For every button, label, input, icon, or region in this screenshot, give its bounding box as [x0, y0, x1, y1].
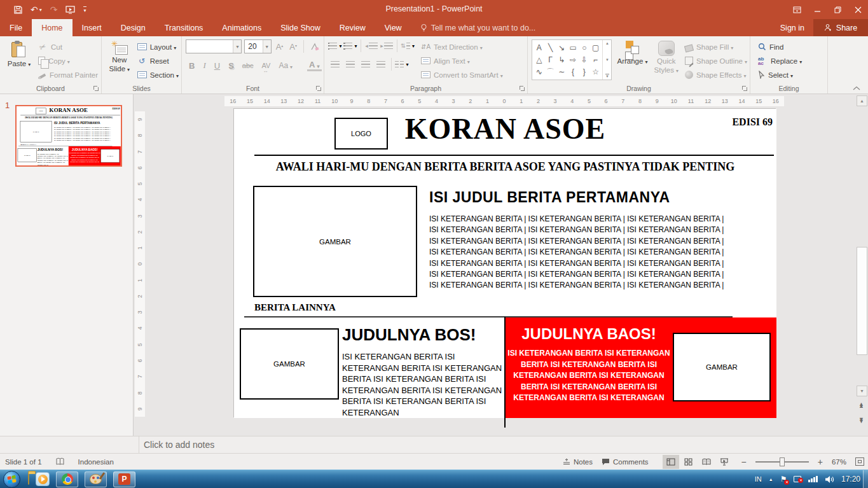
article2-textbox[interactable]: JUDULNYA BOS! ISI KETERANGAN BERITA ISI … — [38, 148, 69, 165]
paint-taskbar-button[interactable] — [85, 471, 107, 487]
zoom-slider-thumb[interactable] — [780, 457, 785, 466]
chrome-taskbar-button[interactable] — [56, 471, 78, 487]
section-button[interactable]: Section — [137, 69, 179, 81]
tab-animations[interactable]: Animations — [212, 19, 271, 36]
close-button[interactable] — [848, 0, 868, 19]
ribbon-display-options-icon[interactable] — [787, 0, 807, 19]
replace-button[interactable]: abacReplace — [758, 55, 825, 67]
italic-button[interactable]: I — [201, 60, 207, 71]
shape-icon[interactable]: ⇩ — [579, 53, 590, 66]
edition-label[interactable]: EDISI 69 — [112, 108, 120, 109]
numbering-button[interactable] — [343, 39, 357, 52]
network-error-icon[interactable]: ✕ — [794, 476, 801, 482]
collapse-ribbon-icon[interactable] — [853, 86, 860, 90]
text-shadow-button[interactable]: S — [226, 61, 236, 71]
align-right-button[interactable] — [359, 58, 373, 71]
layout-button[interactable]: Layout — [137, 41, 179, 53]
shape-icon[interactable]: } — [579, 66, 590, 78]
reading-view-button[interactable] — [698, 455, 715, 469]
article2-image-placeholder[interactable]: GAMBAR — [240, 328, 339, 400]
text-direction-button[interactable]: ⇵AText Direction — [421, 41, 503, 53]
font-name-combo[interactable]: ▼ — [186, 39, 242, 53]
article2-textbox[interactable]: JUDULNYA BOS! ISI KETERANGAN BERITA ISI … — [342, 325, 505, 418]
bold-button[interactable]: B — [187, 61, 196, 71]
increase-font-size-button[interactable]: A — [274, 42, 286, 52]
select-button[interactable]: Select — [758, 69, 825, 81]
restore-button[interactable] — [827, 0, 848, 19]
clock[interactable]: 17:20 — [841, 475, 860, 484]
slide-show-button[interactable] — [716, 455, 733, 469]
tab-review[interactable]: Review — [330, 19, 375, 36]
arrange-button[interactable]: Arrange — [617, 39, 647, 66]
comments-toggle-button[interactable]: Comments — [602, 458, 649, 466]
shape-icon[interactable]: ∼ — [556, 66, 567, 78]
decrease-indent-button[interactable]: ◂ — [364, 39, 378, 52]
shape-icon[interactable]: A — [534, 41, 545, 53]
minimize-button[interactable] — [807, 0, 827, 19]
powerpoint-taskbar-button[interactable]: P — [113, 471, 135, 487]
file-explorer-icon[interactable] — [28, 473, 29, 485]
align-text-button[interactable]: Align Text — [421, 55, 503, 67]
strikethrough-button[interactable]: abc — [240, 62, 256, 69]
tab-slide-show[interactable]: Slide Show — [271, 19, 330, 36]
media-player-icon[interactable] — [36, 472, 50, 486]
section-heading[interactable]: BERITA LAINNYA — [20, 143, 36, 145]
article3-image-placeholder[interactable]: GAMBAR — [673, 333, 771, 401]
align-center-button[interactable] — [343, 58, 357, 71]
article3-image-placeholder[interactable]: GAMBAR — [100, 150, 120, 163]
volume-icon[interactable] — [825, 475, 834, 484]
scroll-down-icon[interactable]: ▼ — [605, 58, 609, 62]
article2-image-placeholder[interactable]: GAMBAR — [18, 148, 37, 162]
start-button[interactable] — [3, 471, 20, 488]
tab-design[interactable]: Design — [111, 19, 155, 36]
shape-icon[interactable]: ↘ — [556, 41, 567, 53]
shape-effects-button[interactable]: Shape Effects — [685, 69, 747, 81]
shape-icon[interactable]: ↳ — [556, 53, 567, 66]
clear-formatting-button[interactable] — [308, 43, 321, 51]
zoom-percentage[interactable]: 67% — [832, 458, 846, 466]
edition-label[interactable]: EDISI 69 — [732, 116, 773, 128]
tab-file[interactable]: File — [0, 19, 32, 36]
scroll-up-icon[interactable]: ▲ — [605, 41, 609, 45]
copy-button[interactable]: Copy — [38, 55, 98, 67]
paragraph-dialog-launcher-icon[interactable] — [519, 85, 525, 92]
shape-icon[interactable]: ▢ — [590, 41, 602, 53]
notes-toggle-button[interactable]: Notes — [563, 458, 593, 466]
format-painter-button[interactable]: Format Painter — [38, 69, 98, 81]
normal-view-button[interactable] — [663, 455, 679, 469]
font-dialog-launcher-icon[interactable] — [315, 85, 322, 92]
fit-slide-to-window-button[interactable] — [855, 457, 864, 466]
shape-icon[interactable]: Γ — [545, 53, 556, 66]
zoom-in-button[interactable]: + — [818, 457, 823, 467]
change-case-button[interactable]: Aa — [277, 61, 294, 70]
tell-me-box[interactable]: Tell me what you want to do... — [420, 19, 536, 36]
shape-outline-button[interactable]: Shape Outline — [685, 55, 747, 67]
show-hidden-icons-button[interactable]: ▲ — [769, 477, 773, 482]
tagline-text[interactable]: AWALI HARI-MU DENGAN BERITA BERITA ASOE … — [234, 160, 776, 174]
increase-indent-button[interactable]: ▸ — [380, 39, 394, 52]
chevron-down-icon[interactable]: ▼ — [233, 40, 241, 53]
tab-view[interactable]: View — [375, 19, 411, 36]
share-button[interactable]: Share — [813, 19, 868, 36]
align-left-button[interactable] — [328, 58, 342, 71]
shape-icon[interactable]: ⌒ — [545, 66, 556, 78]
action-center-icon[interactable]: ⚑✕ — [780, 475, 787, 484]
article3-red-box[interactable]: JUDULNYA BAOS! ISI KETERANGAN BERITA ISI… — [69, 146, 121, 165]
signal-strength-icon[interactable] — [808, 476, 818, 482]
slide-sorter-view-button[interactable] — [680, 455, 697, 469]
tab-transitions[interactable]: Transitions — [155, 19, 213, 36]
masthead-title[interactable]: KORAN ASOE — [234, 112, 776, 146]
shape-icon[interactable]: ▭ — [567, 41, 579, 53]
article1-textbox[interactable]: ISI JUDUL BERITA PERTAMANYA ISI KETERANG… — [429, 189, 773, 291]
zoom-out-button[interactable]: − — [741, 457, 747, 467]
article1-image-placeholder[interactable]: GAMBAR — [20, 121, 52, 143]
decrease-font-size-button[interactable]: A — [287, 42, 299, 52]
shape-icon[interactable]: ∿ — [534, 66, 545, 78]
tab-insert[interactable]: Insert — [72, 19, 111, 36]
sign-in-link[interactable]: Sign in — [780, 19, 804, 36]
language-indicator[interactable]: Indonesian — [78, 458, 114, 466]
next-slide-button[interactable]: ▼▼ — [858, 417, 863, 424]
previous-slide-button[interactable]: ▲▲ — [858, 402, 863, 408]
section-heading[interactable]: BERITA LAINNYA — [254, 302, 336, 313]
notes-placeholder[interactable]: Click to add notes — [144, 436, 214, 453]
